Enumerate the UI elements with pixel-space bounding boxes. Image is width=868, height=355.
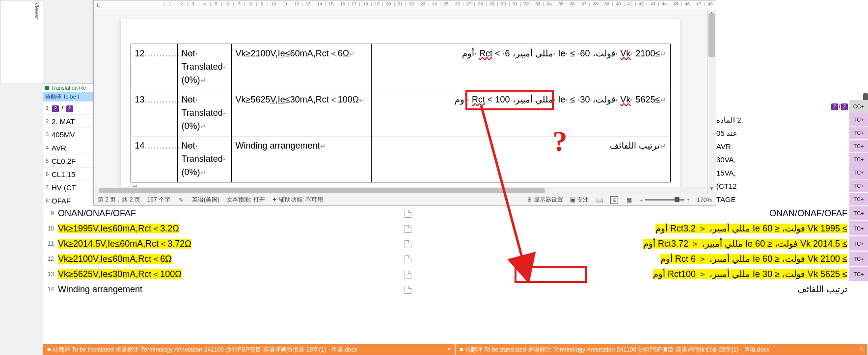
viewer-panel: Viewer (0, 0, 43, 83)
viewer-label: Viewer (34, 2, 40, 19)
status-accessibility[interactable]: ✦辅助功能: 不可用 (272, 196, 324, 204)
translation-table: 12..............↵Not·Translated· (0%)↵Vk… (131, 44, 671, 182)
list-item[interactable]: .2 المادة (716, 113, 849, 127)
view-print-icon[interactable]: ≡ (610, 196, 618, 204)
table-row[interactable]: 14..............↵Not·Translated· (0%)↵Wi… (131, 136, 670, 182)
list-item[interactable]: 7HV (CT (43, 181, 93, 194)
view-web-icon[interactable]: ▦ (625, 196, 633, 204)
list-item[interactable]: 2 / 2 (716, 100, 849, 113)
segment-row[interactable]: 14Winding arrangementترتيب اللفائف (43, 282, 868, 297)
match-tag[interactable]: TC+ (849, 252, 868, 266)
status-text-prediction[interactable]: 文本预测: 打开 (226, 196, 265, 204)
horizontal-scrollbar[interactable] (94, 187, 707, 194)
list-item[interactable]: AVR (716, 140, 849, 153)
status-language[interactable]: 英语(美国) (192, 196, 219, 204)
list-item[interactable]: 4AVR (43, 141, 93, 154)
segment-row[interactable]: 10Vk≥1995V,Ie≤60mA,Rct＜3.2Ω≥ Vk 1995 فول… (43, 221, 868, 236)
zoom-in-icon[interactable]: + (686, 197, 690, 203)
match-tag[interactable]: TC+ (849, 179, 868, 193)
word-document-pane: L 12345678910111213141516171819202122232… (93, 0, 716, 206)
file-tab-left[interactable]: ■ 待翻译 To be translated-术语标注-Terminology … (43, 344, 456, 355)
list-item[interactable]: 6CL1,15 (43, 168, 93, 181)
list-item[interactable]: ,30VA (716, 153, 849, 166)
file-tab-right[interactable]: ■ 待翻译 To be translated-术语标注-Terminology … (456, 344, 868, 355)
left-results-panel: Translation Re 待翻译 To be t 12 / 222. MAT… (43, 83, 93, 206)
zoom-percent[interactable]: 170% (697, 197, 712, 203)
horizontal-ruler[interactable]: L 12345678910111213141516171819202122232… (94, 0, 716, 10)
right-target-panel: 2 / 2.2 المادةعند 05AVR,30VA,15VACT12)TA… (716, 0, 868, 206)
list-item[interactable]: 3405MV (43, 128, 93, 141)
status-wordcount[interactable]: 167 个字 (147, 196, 170, 204)
segment-row[interactable]: 12Vk≥2100V,Ie≤60mA,Rct＜6Ω≥ Vk 2100 فولت،… (43, 252, 868, 267)
match-tag[interactable]: TC+ (849, 267, 868, 281)
hscroll-thumb[interactable] (99, 188, 545, 193)
status-page[interactable]: 第 2 页，共 2 页 (98, 196, 140, 204)
segment-row[interactable]: 13Vk≥5625V,Ie≤30mA,Rct＜100Ω≥ Vk 5625 فول… (43, 267, 868, 282)
doc-icon (405, 271, 411, 279)
match-tag[interactable]: TC+ (849, 140, 868, 153)
list-item[interactable]: 8OFAF (43, 194, 93, 207)
left-header-to-be-translated[interactable]: 待翻译 To be t (43, 92, 93, 101)
match-tag[interactable]: TC+ (849, 236, 868, 251)
match-tag[interactable]: TC+ (849, 113, 868, 127)
doc-icon (405, 286, 411, 294)
match-tag[interactable]: TC+ (849, 193, 868, 206)
list-item[interactable]: 5CL0.2F (43, 154, 93, 168)
spellcheck-icon[interactable]: ✎ (177, 196, 185, 204)
scroll-down-icon[interactable]: ▼ (707, 186, 716, 194)
doc-icon (405, 255, 411, 263)
file-tabs-bar: ■ 待翻译 To be translated-术语标注-Terminology … (43, 344, 868, 355)
zoom-slider[interactable]: − + (640, 197, 690, 203)
doc-icon (405, 210, 411, 218)
list-item[interactable]: 12 / 2 (43, 101, 93, 115)
match-tag[interactable]: CC+ (849, 100, 868, 113)
table-row[interactable]: 12..............↵Not·Translated· (0%)↵Vk… (131, 44, 670, 90)
list-item[interactable]: CT12) (716, 179, 849, 193)
doc-icon (405, 225, 411, 233)
match-tag[interactable]: TC+ (849, 221, 868, 236)
match-tag[interactable]: TC+ (849, 206, 868, 221)
list-item[interactable]: ,15VA (716, 166, 849, 179)
segment-grid: 9ONAN/ONAF/OFAFONAN/ONAF/OFAFTC+10Vk≥199… (43, 206, 868, 344)
zoom-out-icon[interactable]: − (640, 197, 643, 203)
match-tag[interactable]: TC+ (849, 153, 868, 166)
word-status-bar: 第 2 页，共 2 页 167 个字 ✎ 英语(美国) 文本预测: 打开 ✦辅助… (94, 194, 716, 205)
status-focus-mode[interactable]: ▣专注 (570, 196, 589, 204)
segment-row[interactable]: 11Vk≥2014.5V,Ie≤60mA,Rct＜3.72Ω≥ Vk 2014.… (43, 236, 868, 252)
match-tag[interactable]: TC+ (849, 166, 868, 179)
status-display-settings[interactable]: 🖥显示器设置 (526, 196, 563, 204)
match-tag[interactable]: TC+ (849, 127, 868, 140)
close-icon[interactable]: × (860, 346, 863, 353)
view-read-icon[interactable]: 📖 (596, 196, 603, 204)
match-tag[interactable] (849, 282, 868, 297)
segment-row[interactable]: 9ONAN/ONAF/OFAFONAN/ONAF/OFAFTC+ (43, 206, 868, 221)
table-row[interactable]: 13..............↵Not·Translated· (0%)↵Vk… (131, 90, 670, 136)
doc-icon (405, 240, 411, 248)
left-header-translation-results: Translation Re (43, 84, 93, 92)
list-item[interactable]: 22. MAT (43, 115, 93, 128)
close-icon[interactable]: × (447, 346, 451, 353)
vertical-scrollbar[interactable]: ▲ ▼ (707, 10, 716, 194)
list-item[interactable]: عند 05 (716, 127, 849, 140)
scroll-thumb[interactable] (708, 13, 715, 57)
document-page: 12..............↵Not·Translated· (0%)↵Vk… (121, 19, 680, 192)
document-scroll-area[interactable]: 12..............↵Not·Translated· (0%)↵Vk… (94, 10, 707, 194)
list-item[interactable]: TAGE (716, 193, 849, 206)
